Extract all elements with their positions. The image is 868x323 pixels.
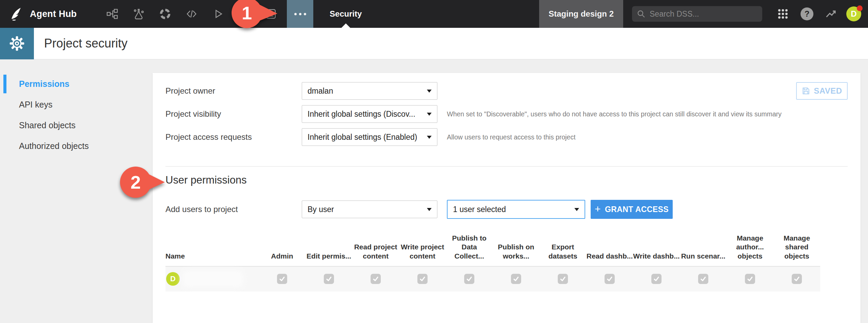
app-name[interactable]: Agent Hub	[30, 9, 77, 19]
permission-cell-edit	[305, 266, 352, 291]
add-users-label: Add users to project	[165, 205, 302, 214]
permission-cell-publish-collections	[446, 266, 493, 291]
table-header-row: Name Admin Edit permis... Read project c…	[165, 234, 820, 266]
permission-checkbox[interactable]	[698, 274, 708, 284]
column-header-publish-workspaces: Publish on works...	[493, 234, 539, 266]
top-nav: Agent Hub Security Staging design 2	[0, 0, 868, 28]
permission-cell-write-content	[399, 266, 446, 291]
column-header-name: Name	[165, 234, 259, 266]
search-input[interactable]	[650, 10, 751, 19]
project-visibility-select[interactable]: Inherit global settings (Discov...	[302, 105, 437, 123]
project-owner-select[interactable]: dmalan	[302, 82, 437, 100]
notification-dot	[857, 5, 863, 11]
column-header-export-datasets: Export datasets	[539, 234, 586, 266]
permission-checkbox[interactable]	[324, 274, 334, 284]
field-help-text: Allow users to request access to this pr…	[447, 133, 575, 141]
sidebar-item-api-keys[interactable]: API keys	[0, 94, 153, 115]
activity-icon[interactable]	[825, 8, 837, 20]
permission-checkbox[interactable]	[651, 274, 662, 284]
chevron-down-icon	[427, 136, 432, 139]
permission-cell-read-dashboards	[586, 266, 633, 291]
column-header-run-scenarios: Run scenar...	[680, 234, 727, 266]
permission-checkbox[interactable]	[277, 274, 287, 284]
permissions-table: Name Admin Edit permis... Read project c…	[165, 234, 820, 291]
page-header: Project security	[0, 28, 868, 59]
chevron-down-icon	[574, 208, 579, 211]
security-tab[interactable]: Security	[314, 0, 377, 28]
user-name-cell: D	[165, 266, 259, 291]
run-icon[interactable]	[212, 8, 224, 20]
permission-checkbox[interactable]	[558, 274, 568, 284]
sidebar-item-permissions[interactable]: Permissions	[0, 74, 153, 94]
add-users-mode-select[interactable]: By user	[302, 201, 437, 218]
sidebar-item-authorized-objects[interactable]: Authorized objects	[0, 136, 153, 156]
column-header-read-project-content: Read project content	[352, 234, 399, 266]
add-users-row: Add users to project By user 1 user sele…	[165, 200, 848, 219]
permission-cell-write-dashboards	[633, 266, 680, 291]
permission-checkbox[interactable]	[605, 274, 615, 284]
project-access-requests-row: Project access requests Inherit global s…	[165, 126, 848, 149]
section-divider	[165, 166, 848, 167]
plus-icon: +	[595, 203, 601, 215]
field-help-text: When set to "Discoverable", users who do…	[447, 110, 782, 118]
permission-cell-run-scenarios	[680, 266, 727, 291]
project-access-requests-select[interactable]: Inherit global settings (Enabled)	[302, 128, 437, 146]
settings-gear-icon	[0, 28, 34, 59]
more-menu-button[interactable]	[287, 0, 313, 28]
permission-checkbox[interactable]	[417, 274, 428, 284]
permission-cell-manage-shared	[773, 266, 820, 291]
field-label: Project visibility	[165, 109, 302, 119]
code-icon[interactable]	[185, 8, 198, 20]
lab-icon[interactable]	[133, 8, 145, 20]
saved-button[interactable]: SAVED	[796, 82, 848, 100]
flow-icon[interactable]	[106, 8, 118, 20]
column-header-write-project-content: Write project content	[399, 234, 446, 266]
dataiku-bird-logo	[9, 6, 25, 22]
global-search	[632, 6, 762, 22]
permission-checkbox[interactable]	[745, 274, 755, 284]
permission-cell-export-datasets	[539, 266, 586, 291]
grant-access-button[interactable]: + GRANT ACCESS	[591, 200, 673, 219]
column-header-manage-shared-objects: Manage shared objects	[773, 234, 820, 266]
permission-cell-manage-authorized	[727, 266, 773, 291]
project-owner-row: Project owner dmalan	[165, 79, 848, 102]
permission-cell-read-content	[352, 266, 399, 291]
column-header-admin: Admin	[259, 234, 305, 266]
user-permission-row: D	[165, 266, 820, 291]
project-settings-form: Project owner dmalan Project visibility …	[165, 73, 848, 149]
sidebar-item-shared-objects[interactable]: Shared objects	[0, 115, 153, 136]
column-header-write-dashboards: Write dashb...	[633, 234, 680, 266]
field-label: Project owner	[165, 86, 302, 96]
user-row-avatar: D	[166, 272, 180, 286]
chevron-down-icon	[427, 90, 432, 93]
apps-grid-icon[interactable]	[777, 8, 789, 20]
permission-checkbox[interactable]	[511, 274, 521, 284]
help-icon[interactable]: ?	[801, 7, 813, 20]
project-name-button[interactable]: Staging design 2	[539, 0, 623, 28]
column-header-edit-permissions: Edit permis...	[305, 234, 352, 266]
chevron-down-icon	[427, 113, 432, 116]
active-indicator-bar	[3, 75, 6, 93]
permission-cell-admin	[259, 266, 305, 291]
user-permissions-heading: User permissions	[165, 174, 848, 186]
permission-checkbox[interactable]	[792, 274, 802, 284]
catalog-icon[interactable]	[159, 8, 171, 20]
avatar-letter: D	[851, 9, 856, 19]
user-avatar[interactable]: D	[846, 6, 861, 21]
redacted-user-name	[184, 272, 241, 286]
user-selection-select[interactable]: 1 user selected	[447, 200, 585, 219]
security-tab-label: Security	[330, 9, 362, 19]
column-header-read-dashboards: Read dashb...	[586, 234, 633, 266]
permission-cell-publish-workspaces	[493, 266, 539, 291]
project-visibility-row: Project visibility Inherit global settin…	[165, 102, 848, 126]
search-icon	[637, 10, 646, 18]
field-label: Project access requests	[165, 132, 302, 142]
hidden-nav-icon	[231, 8, 258, 20]
nav-icon-group	[99, 8, 284, 20]
column-header-manage-authorized-objects: Manage author... objects	[727, 234, 773, 266]
permission-checkbox[interactable]	[464, 274, 474, 284]
notebook-icon[interactable]	[265, 8, 277, 20]
chevron-down-icon	[427, 208, 432, 211]
column-header-publish-data-collections: Publish to Data Collect...	[446, 234, 493, 266]
permission-checkbox[interactable]	[371, 274, 381, 284]
